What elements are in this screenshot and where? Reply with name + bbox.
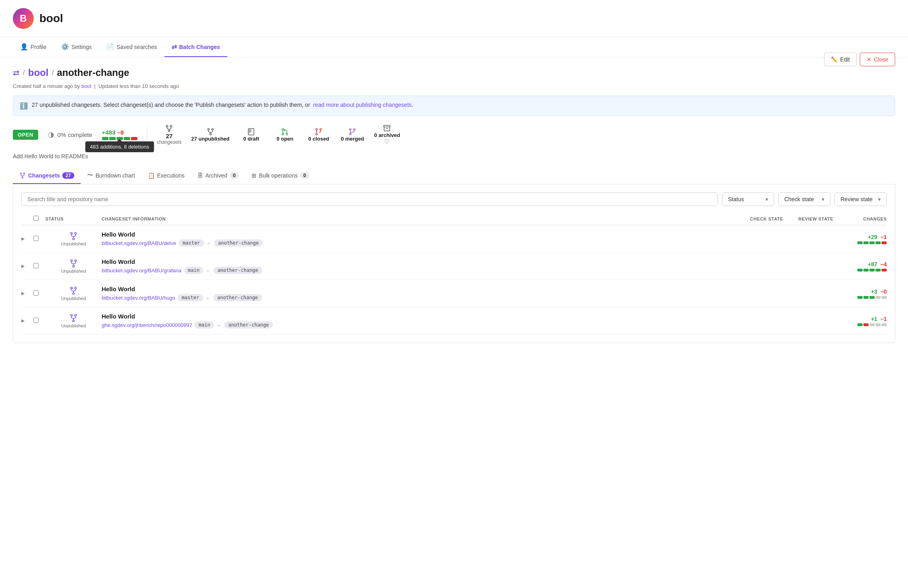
status-filter[interactable]: Status ▾ — [722, 192, 774, 206]
row-expand-0[interactable]: ▶ — [21, 236, 33, 241]
avatar: B — [13, 8, 34, 29]
table-rows: ▶ Unpublished Hello World bitbucket.sgde… — [21, 225, 887, 335]
changes-del-1: –4 — [879, 261, 887, 267]
row-select-checkbox-0[interactable] — [33, 236, 39, 241]
repo-link-1[interactable]: bitbucket.sgdev.org/BABU/grafana — [102, 267, 182, 274]
content-area: Status ▾ Check state ▾ Review state ▾ ST… — [13, 184, 895, 343]
meta-user-link[interactable]: bool — [82, 83, 92, 89]
nav-label-saved-searches: Saved searches — [117, 44, 157, 50]
tab-burndown[interactable]: 〜 Burndown chart — [81, 167, 141, 184]
merged-icon — [348, 128, 356, 136]
branch-from-3: main — [194, 321, 214, 329]
header: B bool — [0, 0, 908, 37]
diff-del: –8 — [117, 129, 124, 136]
col-checkbox[interactable] — [33, 216, 45, 222]
row-expand-1[interactable]: ▶ — [21, 263, 33, 269]
check-state-filter[interactable]: Check state ▾ — [778, 192, 830, 206]
closed-icon — [315, 128, 323, 136]
diff-block[interactable]: +483 –8 483 additions, 8 deletions — [102, 129, 137, 140]
svg-point-16 — [354, 129, 355, 130]
edit-button[interactable]: ✏️ Edit — [824, 53, 857, 66]
arrow-1: ← — [206, 267, 211, 274]
changes-del-0: –1 — [879, 234, 887, 240]
breadcrumb-user-link[interactable]: bool — [28, 67, 49, 78]
close-label: Close — [874, 56, 888, 63]
row-expand-3[interactable]: ▶ — [21, 318, 33, 323]
tab-bulk[interactable]: ⊞ Bulk operations 0 — [245, 167, 315, 184]
draft-icon — [247, 128, 255, 136]
changes-numbers-1: +87 –4 — [847, 261, 887, 267]
search-input[interactable] — [21, 192, 718, 206]
row-checkbox-3[interactable] — [33, 318, 45, 324]
fork-icon-changesets — [165, 125, 173, 133]
edit-label: Edit — [840, 56, 850, 63]
svg-point-14 — [316, 133, 317, 135]
row-select-checkbox-3[interactable] — [33, 318, 39, 323]
tab-burndown-label: Burndown chart — [96, 172, 135, 179]
row-checkbox-0[interactable] — [33, 236, 45, 242]
repo-link-2[interactable]: bitbucket.sgdev.org/BABU/hugo — [102, 295, 175, 301]
breadcrumb-sep1: / — [23, 69, 25, 77]
info-banner-link[interactable]: read more about publishing changesets — [313, 102, 411, 108]
table-row: ▶ Unpublished Hello World bitbucket.sgde… — [21, 280, 887, 307]
filter-row: Status ▾ Check state ▾ Review state ▾ — [21, 192, 887, 206]
sidebar-item-settings[interactable]: ⚙️ Settings — [54, 37, 99, 57]
repo-link-0[interactable]: bitbucket.sgdev.org/BABU/delve — [102, 240, 176, 246]
nav-label-profile: Profile — [31, 44, 47, 50]
bulk-icon: ⊞ — [252, 172, 256, 179]
arrow-3: ← — [217, 322, 222, 328]
svg-point-31 — [71, 287, 72, 288]
info-banner: ℹ️ 27 unpublished changesets. Select cha… — [13, 96, 895, 116]
row-select-checkbox-1[interactable] — [33, 263, 39, 268]
sidebar-item-profile[interactable]: 👤 Profile — [13, 37, 54, 57]
changes-bars-1 — [847, 269, 887, 272]
svg-point-0 — [166, 125, 168, 127]
row-title-1: Hello World — [102, 258, 750, 265]
row-repo-0: bitbucket.sgdev.org/BABU/delve master ← … — [102, 239, 750, 247]
row-repo-3: ghe.sgdev.org/jhbench/repo000000997 main… — [102, 321, 750, 329]
stat-open-number: 0 open — [276, 136, 293, 142]
col-status-header: STATUS — [45, 216, 102, 221]
select-all-checkbox[interactable] — [33, 216, 39, 221]
tab-changesets[interactable]: Changesets 27 — [13, 167, 81, 184]
svg-point-24 — [75, 232, 76, 234]
row-checkbox-1[interactable] — [33, 263, 45, 270]
status-filter-label: Status — [728, 196, 744, 202]
info-icon: ℹ️ — [20, 101, 28, 111]
changes-bar-gray — [875, 323, 881, 326]
row-select-checkbox-2[interactable] — [33, 290, 39, 296]
close-button[interactable]: ✕ Close — [860, 53, 895, 66]
changes-bars-0 — [847, 241, 887, 244]
svg-point-6 — [210, 133, 211, 135]
nav-label-batch-changes: Batch Changes — [179, 44, 220, 50]
review-state-filter[interactable]: Review state ▾ — [834, 192, 887, 206]
open-badge: OPEN — [13, 130, 38, 140]
svg-point-4 — [208, 129, 209, 130]
row-status-label-0: Unpublished — [61, 241, 86, 246]
sidebar-item-batch-changes[interactable]: ⇄ Batch Changes — [164, 37, 227, 57]
open-icon — [281, 128, 289, 136]
changes-bar-gray — [875, 296, 881, 299]
row-repo-2: bitbucket.sgdev.org/BABU/hugo master ← a… — [102, 294, 750, 301]
diff-tooltip: 483 additions, 8 deletions — [85, 141, 154, 152]
changes-bar-green — [869, 296, 875, 299]
row-changes-3: +1 –1 — [847, 316, 887, 326]
branch-to-0: another-change — [214, 239, 263, 247]
sidebar-item-saved-searches[interactable]: 📄 Saved searches — [99, 37, 164, 57]
row-checkbox-2[interactable] — [33, 290, 45, 297]
complete-percent: 0% complete — [57, 131, 92, 138]
tab-executions[interactable]: 📋 Executions — [141, 167, 191, 184]
arrow-0: ← — [207, 240, 212, 246]
breadcrumb: ⇄ / bool / another-change — [13, 67, 895, 78]
tab-bulk-label: Bulk operations — [259, 172, 298, 179]
archived-info-icon[interactable]: ⓘ — [384, 138, 389, 145]
check-state-chevron-icon: ▾ — [822, 196, 824, 202]
row-expand-2[interactable]: ▶ — [21, 291, 33, 296]
repo-link-3[interactable]: ghe.sgdev.org/jhbench/repo000000997 — [102, 322, 192, 328]
tab-archived[interactable]: 🗄 Archived 0 — [191, 167, 245, 184]
stat-closed: 0 closed — [307, 128, 331, 142]
batch-description: Add Hello World to READMEs — [13, 153, 895, 159]
svg-point-28 — [75, 259, 76, 261]
tab-changesets-badge: 27 — [62, 172, 74, 179]
svg-point-35 — [71, 314, 72, 316]
